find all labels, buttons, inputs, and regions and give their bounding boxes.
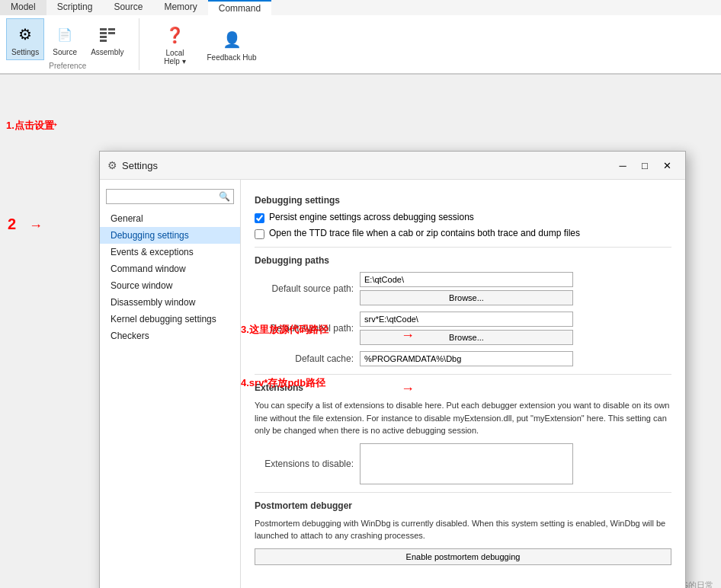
content-panel: Debugging settings Persist engine settin… [241, 180, 685, 588]
enable-postmortem-button[interactable]: Enable postmortem debugging [255, 548, 671, 565]
postmortem-header: Postmortem debugger [255, 500, 671, 511]
nav-search-input[interactable] [107, 190, 216, 203]
tab-source[interactable]: Source [103, 0, 153, 15]
annotation-arrow1: → [46, 117, 59, 133]
persist-checkbox[interactable] [255, 213, 264, 223]
svg-rect-0 [100, 28, 107, 30]
svg-rect-5 [100, 40, 107, 42]
annotation-arrow4: → [401, 381, 415, 397]
dialog-body: 🔍 General Debugging settings Events & ex… [100, 180, 685, 588]
ribbon-tabs: Model Scripting Source Memory Command [0, 0, 721, 15]
ttd-label: Open the TTD trace file when a cab or zi… [269, 228, 580, 238]
dialog-titlebar: ⚙ Settings ─ □ ✕ [100, 152, 685, 180]
local-help-label: LocalHelp ▾ [164, 49, 185, 66]
checkbox-persist: Persist engine settings across debugging… [255, 212, 671, 223]
extensions-description: You can specify a list of extensions to … [255, 399, 671, 437]
close-button[interactable]: ✕ [656, 156, 678, 174]
nav-events-exceptions[interactable]: Events & exceptions [100, 244, 240, 260]
settings-ribbon-item[interactable]: ⚙ Settings [6, 18, 44, 60]
feedback-hub-label: Feedback Hub [207, 53, 257, 62]
settings-label: Settings [11, 48, 39, 56]
ribbon-content: ⚙ Settings 📄 Source Assembly Preference … [0, 15, 721, 74]
annotation-arrow2: → [29, 218, 43, 234]
help-icon: ❓ [163, 23, 187, 47]
debugging-paths-header: Debugging paths [255, 255, 671, 266]
cache-label: Default cache: [255, 353, 354, 364]
tab-scripting[interactable]: Scripting [46, 0, 104, 15]
source-label: Source [53, 48, 77, 56]
nav-debugging-settings[interactable]: Debugging settings [100, 227, 240, 244]
ribbon-group-preferences: ⚙ Settings 📄 Source Assembly Preference [6, 18, 139, 70]
checkbox-ttd: Open the TTD trace file when a cab or zi… [255, 228, 671, 239]
source-icon: 📄 [53, 22, 77, 46]
symbol-path-col: Browse... [360, 312, 573, 345]
assembly-icon [95, 22, 120, 46]
settings-dialog: ⚙ Settings ─ □ ✕ 🔍 General Debugging set… [99, 151, 686, 588]
annotation-step4: 4.srv*存放pdb路径 [241, 376, 325, 390]
source-browse-button[interactable]: Browse... [360, 290, 573, 305]
source-path-row: Default source path: Browse... [255, 272, 671, 305]
ribbon-group-items: ⚙ Settings 📄 Source Assembly [6, 18, 130, 60]
divider3 [255, 492, 671, 493]
minimize-button[interactable]: ─ [612, 156, 633, 174]
debugging-settings-header: Debugging settings [255, 195, 671, 206]
ext-disable-input[interactable] [360, 443, 573, 484]
ext-disable-label: Extensions to disable: [255, 459, 354, 469]
feedback-icon: 👤 [220, 27, 244, 52]
divider1 [255, 247, 671, 248]
assembly-ribbon-item[interactable]: Assembly [85, 18, 129, 60]
search-icon: 🔍 [216, 190, 233, 203]
nav-general[interactable]: General [100, 210, 240, 227]
symbol-browse-button[interactable]: Browse... [360, 330, 573, 345]
divider2 [255, 374, 671, 375]
annotation-step3: 3.这里放源代码路径 [241, 323, 328, 337]
tab-command[interactable]: Command [208, 0, 271, 15]
source-ribbon-item[interactable]: 📄 Source [47, 18, 82, 60]
nav-checkers[interactable]: Checkers [100, 328, 240, 344]
source-path-label: Default source path: [255, 283, 354, 294]
symbol-path-input[interactable] [360, 312, 573, 327]
persist-label: Persist engine settings across debugging… [269, 212, 474, 222]
nav-disassembly-window[interactable]: Disassembly window [100, 294, 240, 311]
cache-input[interactable]: %PROGRAMDATA%\Dbg [360, 351, 573, 366]
ttd-checkbox[interactable] [255, 229, 264, 239]
source-path-col: Browse... [360, 272, 573, 305]
ribbon: Model Scripting Source Memory Command ⚙ … [0, 0, 721, 75]
feedback-hub-ribbon-item[interactable]: 👤 Feedback Hub [202, 24, 262, 66]
assembly-label: Assembly [91, 48, 123, 56]
settings-icon: ⚙ [13, 22, 37, 46]
cache-row: Default cache: %PROGRAMDATA%\Dbg [255, 351, 671, 366]
nav-source-window[interactable]: Source window [100, 277, 240, 294]
svg-rect-1 [100, 32, 107, 34]
dialog-title: Settings [122, 160, 612, 171]
svg-rect-4 [100, 36, 107, 38]
postmortem-description: Postmortem debugging with WinDbg is curr… [255, 517, 671, 542]
nav-panel: 🔍 General Debugging settings Events & ex… [100, 180, 241, 588]
local-help-ribbon-item[interactable]: ❓ LocalHelp ▾ [158, 19, 193, 69]
nav-kernel-debugging[interactable]: Kernel debugging settings [100, 311, 240, 328]
tab-memory[interactable]: Memory [153, 0, 207, 15]
maximize-button[interactable]: □ [634, 156, 655, 174]
annotation-arrow3: → [401, 328, 415, 344]
tab-model[interactable]: Model [0, 0, 46, 15]
annotation-step2: 2 [8, 216, 16, 233]
nav-command-window[interactable]: Command window [100, 260, 240, 277]
preferences-group-label: Preference [49, 62, 86, 70]
svg-rect-3 [108, 32, 115, 34]
source-path-input[interactable] [360, 272, 573, 287]
svg-rect-2 [108, 28, 115, 30]
nav-search-container: 🔍 [106, 189, 234, 204]
main-area: 1.点击设置 → 2 → ⚙ Settings ─ □ ✕ 🔍 General [0, 75, 721, 588]
dialog-settings-icon: ⚙ [107, 159, 117, 171]
extensions-disable-row: Extensions to disable: [255, 443, 671, 484]
dialog-window-controls: ─ □ ✕ [612, 156, 678, 174]
